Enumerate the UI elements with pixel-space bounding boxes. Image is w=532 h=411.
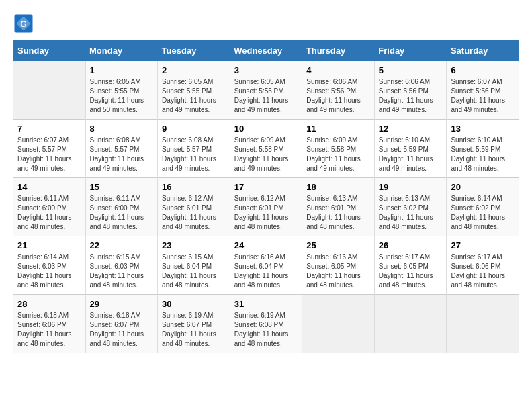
day-info: Sunrise: 6:06 AM Sunset: 5:56 PM Dayligh… [306,77,370,115]
day-number: 24 [234,240,298,250]
day-number: 19 [379,182,443,192]
calendar-cell: 15Sunrise: 6:11 AM Sunset: 6:00 PM Dayli… [85,178,158,236]
day-number: 5 [379,65,443,75]
day-info: Sunrise: 6:13 AM Sunset: 6:02 PM Dayligh… [379,194,443,232]
day-number: 20 [451,182,515,192]
calendar-cell: 24Sunrise: 6:16 AM Sunset: 6:04 PM Dayli… [230,236,302,295]
day-info: Sunrise: 6:05 AM Sunset: 5:55 PM Dayligh… [234,77,298,115]
day-number: 17 [234,182,298,192]
calendar-cell: 5Sunrise: 6:06 AM Sunset: 5:56 PM Daylig… [374,61,447,120]
calendar-week: 1Sunrise: 6:05 AM Sunset: 5:55 PM Daylig… [13,61,519,120]
calendar-cell: 26Sunrise: 6:17 AM Sunset: 6:05 PM Dayli… [374,236,447,295]
day-info: Sunrise: 6:19 AM Sunset: 6:08 PM Dayligh… [234,311,298,349]
calendar-week: 28Sunrise: 6:18 AM Sunset: 6:06 PM Dayli… [13,295,519,353]
header-day: Sunday [13,40,85,61]
calendar-week: 7Sunrise: 6:07 AM Sunset: 5:57 PM Daylig… [13,120,519,178]
calendar-cell: 21Sunrise: 6:14 AM Sunset: 6:03 PM Dayli… [13,236,85,295]
day-number: 29 [90,299,154,309]
day-info: Sunrise: 6:07 AM Sunset: 5:56 PM Dayligh… [451,77,515,115]
calendar-cell: 7Sunrise: 6:07 AM Sunset: 5:57 PM Daylig… [13,120,85,178]
logo: G [13,13,36,34]
day-info: Sunrise: 6:13 AM Sunset: 6:01 PM Dayligh… [306,194,370,232]
logo-icon: G [13,13,34,34]
calendar-cell: 9Sunrise: 6:08 AM Sunset: 5:57 PM Daylig… [158,120,230,178]
day-info: Sunrise: 6:14 AM Sunset: 6:03 PM Dayligh… [17,253,81,290]
calendar-cell: 20Sunrise: 6:14 AM Sunset: 6:02 PM Dayli… [447,178,519,236]
day-number: 18 [306,182,370,192]
day-number: 2 [162,65,226,75]
calendar-cell [302,295,375,353]
day-info: Sunrise: 6:09 AM Sunset: 5:58 PM Dayligh… [306,136,370,173]
day-number: 31 [234,299,298,309]
day-info: Sunrise: 6:10 AM Sunset: 5:59 PM Dayligh… [379,136,443,173]
day-info: Sunrise: 6:16 AM Sunset: 6:05 PM Dayligh… [306,253,370,290]
day-info: Sunrise: 6:12 AM Sunset: 6:01 PM Dayligh… [162,194,226,232]
day-number: 21 [17,240,81,250]
calendar-cell: 17Sunrise: 6:12 AM Sunset: 6:01 PM Dayli… [230,178,302,236]
day-number: 6 [451,65,515,75]
calendar-header: SundayMondayTuesdayWednesdayThursdayFrid… [13,40,519,61]
day-info: Sunrise: 6:15 AM Sunset: 6:04 PM Dayligh… [162,253,226,290]
header-day: Monday [85,40,158,61]
day-number: 23 [162,240,226,250]
day-info: Sunrise: 6:05 AM Sunset: 5:55 PM Dayligh… [162,77,226,115]
day-info: Sunrise: 6:19 AM Sunset: 6:07 PM Dayligh… [162,311,226,349]
day-info: Sunrise: 6:16 AM Sunset: 6:04 PM Dayligh… [234,253,298,290]
day-number: 10 [234,124,298,134]
day-number: 3 [234,65,298,75]
day-number: 9 [162,124,226,134]
calendar-cell: 29Sunrise: 6:18 AM Sunset: 6:07 PM Dayli… [85,295,158,353]
day-number: 28 [17,299,81,309]
day-number: 27 [451,240,515,250]
day-number: 11 [306,124,370,134]
calendar-cell: 28Sunrise: 6:18 AM Sunset: 6:06 PM Dayli… [13,295,85,353]
day-info: Sunrise: 6:08 AM Sunset: 5:57 PM Dayligh… [162,136,226,173]
day-info: Sunrise: 6:18 AM Sunset: 6:07 PM Dayligh… [90,311,154,349]
day-info: Sunrise: 6:06 AM Sunset: 5:56 PM Dayligh… [379,77,443,115]
calendar-body: 1Sunrise: 6:05 AM Sunset: 5:55 PM Daylig… [13,61,519,353]
calendar-cell [447,295,519,353]
day-number: 30 [162,299,226,309]
calendar-cell: 14Sunrise: 6:11 AM Sunset: 6:00 PM Dayli… [13,178,85,236]
day-info: Sunrise: 6:14 AM Sunset: 6:02 PM Dayligh… [451,194,515,232]
calendar-cell: 11Sunrise: 6:09 AM Sunset: 5:58 PM Dayli… [302,120,375,178]
day-number: 13 [451,124,515,134]
calendar-cell: 22Sunrise: 6:15 AM Sunset: 6:03 PM Dayli… [85,236,158,295]
day-info: Sunrise: 6:10 AM Sunset: 5:59 PM Dayligh… [451,136,515,173]
calendar-week: 14Sunrise: 6:11 AM Sunset: 6:00 PM Dayli… [13,178,519,236]
header-row: SundayMondayTuesdayWednesdayThursdayFrid… [13,40,519,61]
day-info: Sunrise: 6:11 AM Sunset: 6:00 PM Dayligh… [90,194,154,232]
day-info: Sunrise: 6:11 AM Sunset: 6:00 PM Dayligh… [17,194,81,232]
header-day: Tuesday [158,40,230,61]
svg-text:G: G [20,19,26,29]
day-number: 15 [90,182,154,192]
calendar-cell: 4Sunrise: 6:06 AM Sunset: 5:56 PM Daylig… [302,61,375,120]
day-info: Sunrise: 6:17 AM Sunset: 6:05 PM Dayligh… [379,253,443,290]
day-number: 22 [90,240,154,250]
header-day: Friday [374,40,447,61]
calendar-cell: 8Sunrise: 6:08 AM Sunset: 5:57 PM Daylig… [85,120,158,178]
calendar-cell: 23Sunrise: 6:15 AM Sunset: 6:04 PM Dayli… [158,236,230,295]
day-info: Sunrise: 6:08 AM Sunset: 5:57 PM Dayligh… [90,136,154,173]
calendar-cell: 6Sunrise: 6:07 AM Sunset: 5:56 PM Daylig… [447,61,519,120]
day-info: Sunrise: 6:15 AM Sunset: 6:03 PM Dayligh… [90,253,154,290]
calendar-cell: 3Sunrise: 6:05 AM Sunset: 5:55 PM Daylig… [230,61,302,120]
page-header: G [13,13,519,34]
calendar-cell: 31Sunrise: 6:19 AM Sunset: 6:08 PM Dayli… [230,295,302,353]
day-info: Sunrise: 6:05 AM Sunset: 5:55 PM Dayligh… [90,77,154,115]
calendar-cell: 16Sunrise: 6:12 AM Sunset: 6:01 PM Dayli… [158,178,230,236]
calendar-cell: 13Sunrise: 6:10 AM Sunset: 5:59 PM Dayli… [447,120,519,178]
day-info: Sunrise: 6:07 AM Sunset: 5:57 PM Dayligh… [17,136,81,173]
calendar-cell: 27Sunrise: 6:17 AM Sunset: 6:06 PM Dayli… [447,236,519,295]
day-info: Sunrise: 6:09 AM Sunset: 5:58 PM Dayligh… [234,136,298,173]
calendar-cell: 10Sunrise: 6:09 AM Sunset: 5:58 PM Dayli… [230,120,302,178]
calendar-week: 21Sunrise: 6:14 AM Sunset: 6:03 PM Dayli… [13,236,519,295]
day-number: 12 [379,124,443,134]
calendar-cell [374,295,447,353]
header-day: Wednesday [230,40,302,61]
calendar-cell: 30Sunrise: 6:19 AM Sunset: 6:07 PM Dayli… [158,295,230,353]
calendar-cell: 12Sunrise: 6:10 AM Sunset: 5:59 PM Dayli… [374,120,447,178]
day-number: 25 [306,240,370,250]
calendar-cell: 18Sunrise: 6:13 AM Sunset: 6:01 PM Dayli… [302,178,375,236]
day-number: 16 [162,182,226,192]
